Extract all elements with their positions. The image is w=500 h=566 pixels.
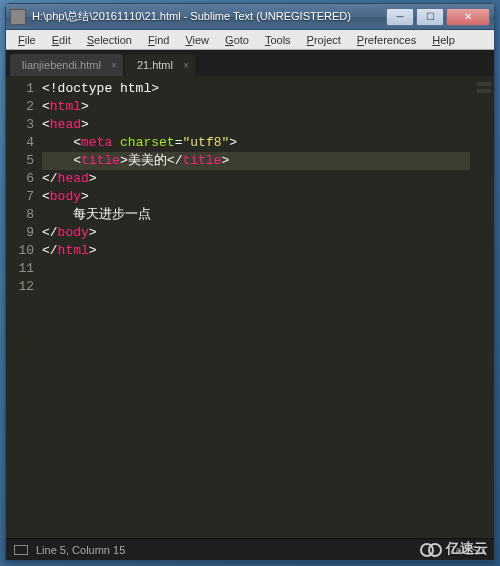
menu-tools[interactable]: Tools xyxy=(257,32,299,48)
app-icon xyxy=(10,9,26,25)
tab-label: lianjiebendi.html xyxy=(22,59,101,71)
line-number: 11 xyxy=(6,260,34,278)
code-line: </html> xyxy=(42,242,470,260)
app-window: H:\php\总结\20161110\21.html - Sublime Tex… xyxy=(5,3,495,561)
code-line: 每天进步一点 xyxy=(42,206,470,224)
cursor-position[interactable]: Line 5, Column 15 xyxy=(36,544,125,556)
tabbar: lianjiebendi.html × 21.html × xyxy=(6,50,494,76)
line-number: 10 xyxy=(6,242,34,260)
maximize-button[interactable]: ☐ xyxy=(416,8,444,26)
code-line: </head> xyxy=(42,170,470,188)
menu-preferences[interactable]: Preferences xyxy=(349,32,424,48)
window-controls: ─ ☐ ✕ xyxy=(386,8,490,26)
minimap[interactable] xyxy=(470,76,494,538)
menu-file[interactable]: File xyxy=(10,32,44,48)
menu-goto[interactable]: Goto xyxy=(217,32,257,48)
line-number: 2 xyxy=(6,98,34,116)
gutter: 1 2 3 4 5 6 7 8 9 10 11 12 xyxy=(6,76,42,538)
menu-find[interactable]: Find xyxy=(140,32,177,48)
line-number: 3 xyxy=(6,116,34,134)
code-line: <body> xyxy=(42,188,470,206)
menubar: File Edit Selection Find View Goto Tools… xyxy=(6,30,494,50)
code-line: </body> xyxy=(42,224,470,242)
minimize-button[interactable]: ─ xyxy=(386,8,414,26)
close-button[interactable]: ✕ xyxy=(446,8,490,26)
code-line-current: <title>美美的</title> xyxy=(42,152,470,170)
menu-view[interactable]: View xyxy=(177,32,217,48)
minimap-thumb xyxy=(477,82,491,100)
close-icon[interactable]: × xyxy=(111,60,117,71)
close-icon[interactable]: × xyxy=(183,60,189,71)
line-number: 1 xyxy=(6,80,34,98)
titlebar[interactable]: H:\php\总结\20161110\21.html - Sublime Tex… xyxy=(6,4,494,30)
line-number: 9 xyxy=(6,224,34,242)
menu-help[interactable]: Help xyxy=(424,32,463,48)
code-line: <html> xyxy=(42,98,470,116)
menu-selection[interactable]: Selection xyxy=(79,32,140,48)
menu-project[interactable]: Project xyxy=(299,32,349,48)
line-number: 4 xyxy=(6,134,34,152)
code-area[interactable]: <!doctype html> <html> <head> <meta char… xyxy=(42,76,470,538)
line-number: 7 xyxy=(6,188,34,206)
code-line: <head> xyxy=(42,116,470,134)
tab-size[interactable]: Tab Siz xyxy=(450,544,486,556)
code-line xyxy=(42,278,470,296)
status-panel-icon[interactable] xyxy=(14,545,28,555)
code-line: <!doctype html> xyxy=(42,80,470,98)
line-number: 6 xyxy=(6,170,34,188)
editor[interactable]: 1 2 3 4 5 6 7 8 9 10 11 12 <!doctype htm… xyxy=(6,76,494,538)
statusbar: Line 5, Column 15 Tab Siz xyxy=(6,538,494,560)
menu-edit[interactable]: Edit xyxy=(44,32,79,48)
window-title: H:\php\总结\20161110\21.html - Sublime Tex… xyxy=(32,9,386,24)
line-number: 5 xyxy=(6,152,34,170)
line-number: 8 xyxy=(6,206,34,224)
code-line xyxy=(42,260,470,278)
tab-21html[interactable]: 21.html × xyxy=(125,54,195,76)
line-number: 12 xyxy=(6,278,34,296)
code-line: <meta charset="utf8"> xyxy=(42,134,470,152)
tab-label: 21.html xyxy=(137,59,173,71)
tab-lianjiebendi[interactable]: lianjiebendi.html × xyxy=(10,54,123,76)
